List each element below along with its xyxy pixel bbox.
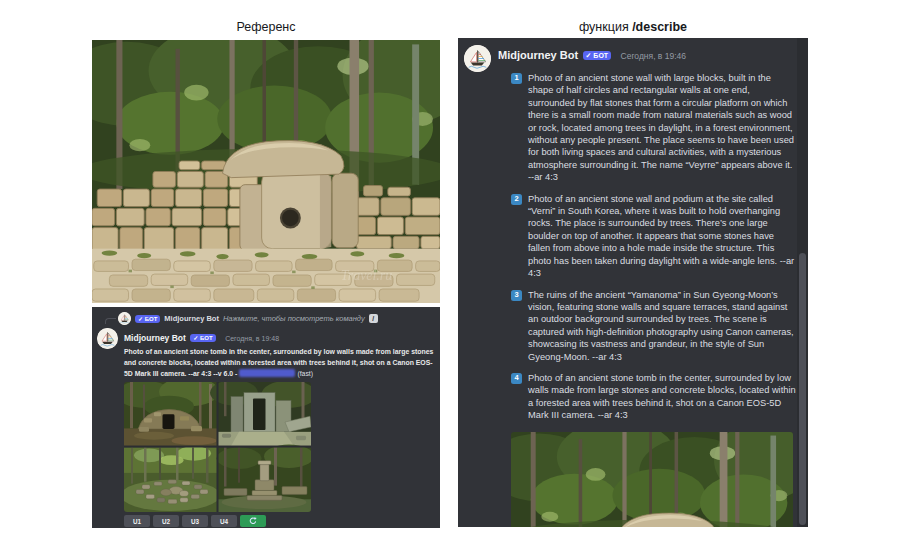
dolmen-photo-art: [511, 432, 793, 527]
slash-command-icon: /: [369, 314, 378, 323]
upscale-button-row: U1 U2 U3 U4: [124, 515, 436, 527]
refresh-icon: [249, 517, 257, 525]
message-timestamp: Сегодня, в 19:46: [621, 51, 686, 61]
midjourney-boat-icon: [97, 328, 118, 349]
comparison-canvas: Референс функция /describe ✓ БОТ Midjour…: [0, 0, 900, 556]
bot-username[interactable]: Midjourney Bot: [124, 333, 186, 343]
description-1: 1 Photo of an ancient stone wall with la…: [511, 72, 798, 184]
discord-imagine-panel: ✓ БОТ Midjourney Bot Нажмите, чтобы посм…: [92, 307, 440, 528]
scrollbar-thumb[interactable]: [799, 253, 806, 525]
u2-button[interactable]: U2: [153, 515, 179, 527]
message-body: Midjourney Bot ✓ БОТ Сегодня, в 19:46 1 …: [498, 45, 798, 527]
verified-check-icon: ✓: [138, 316, 143, 322]
verified-check-icon: ✓: [193, 335, 198, 341]
message-body: Midjourney Bot ✓ БОТ Сегодня, в 19:48 Ph…: [124, 327, 436, 528]
bot-badge: ✓ БОТ: [190, 334, 215, 342]
discord-describe-panel: Midjourney Bot ✓ БОТ Сегодня, в 19:46 1 …: [458, 38, 808, 527]
attached-source-image[interactable]: [511, 432, 793, 527]
verified-check-icon: ✓: [586, 52, 592, 59]
reply-spine: [105, 318, 116, 324]
midjourney-boat-icon: [464, 45, 491, 72]
description-text: Photo of an ancient stone wall and podiu…: [528, 194, 794, 278]
description-4: 4 Photo of an ancient stone tomb in the …: [511, 372, 798, 422]
reply-reference-row[interactable]: ✓ БОТ Midjourney Bot Нажмите, чтобы посм…: [96, 310, 434, 327]
u1-button[interactable]: U1: [124, 515, 150, 527]
scrollbar[interactable]: [797, 38, 808, 527]
description-text: The ruins of the ancient “Yamanoma” in S…: [528, 290, 794, 362]
keycap-4-icon: 4: [511, 373, 522, 384]
description-3: 3 The ruins of the ancient “Yamanoma” in…: [511, 289, 798, 363]
description-text: Photo of an ancient stone wall with larg…: [528, 73, 794, 182]
u3-button[interactable]: U3: [182, 515, 208, 527]
reference-photo: [92, 40, 440, 303]
keycap-2-icon: 2: [511, 194, 522, 205]
description-text: Photo of an ancient stone tomb in the ce…: [528, 373, 796, 420]
description-2: 2 Photo of an ancient stone wall and pod…: [511, 193, 798, 280]
bot-badge: ✓ БОТ: [583, 51, 612, 60]
midjourney-boat-icon: [118, 312, 131, 325]
right-column-title: функция /describe: [458, 20, 808, 34]
message-timestamp: Сегодня, в 19:48: [225, 335, 279, 342]
redacted-mention[interactable]: [239, 369, 295, 377]
generated-grid-image[interactable]: [124, 382, 311, 512]
reroll-button[interactable]: [240, 515, 266, 527]
keycap-1-icon: 1: [511, 73, 522, 84]
bot-username[interactable]: Midjourney Bot: [498, 49, 578, 61]
bot-avatar[interactable]: [464, 45, 491, 72]
bot-avatar-mini[interactable]: [118, 312, 131, 325]
reply-bot-name[interactable]: Midjourney Bot: [164, 314, 219, 323]
keycap-3-icon: 3: [511, 290, 522, 301]
left-column-title: Референс: [92, 20, 440, 34]
u4-button[interactable]: U4: [211, 515, 237, 527]
dolmen-photo-art: [92, 40, 440, 303]
bot-avatar[interactable]: [97, 328, 118, 349]
bot-badge: ✓ БОТ: [135, 315, 160, 323]
grid-variants-art: [124, 382, 311, 512]
describe-command-label: /describe: [632, 20, 687, 34]
reply-command-hint[interactable]: Нажмите, чтобы посмотреть команду: [223, 314, 365, 323]
speed-mode-label: (fast): [297, 370, 313, 377]
prompt-text: Photo of an ancient stone tomb in the ce…: [124, 347, 436, 379]
